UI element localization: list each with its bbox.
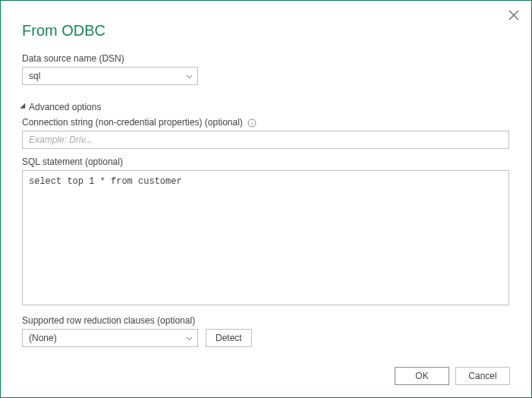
chevron-down-icon	[186, 71, 193, 81]
detect-button[interactable]: Detect	[206, 329, 252, 347]
row-reduction-label: Supported row reduction clauses (optiona…	[22, 315, 510, 326]
advanced-options-toggle[interactable]: Advanced options	[22, 102, 510, 112]
info-icon[interactable]: i	[247, 118, 257, 128]
advanced-section: Advanced options Connection string (non-…	[22, 102, 510, 347]
from-odbc-dialog: From ODBC Data source name (DSN) sql Adv…	[0, 0, 532, 398]
row-reduction-select[interactable]: (None)	[22, 329, 198, 347]
dsn-label: Data source name (DSN)	[22, 53, 510, 64]
sql-statement-textarea[interactable]	[22, 170, 509, 305]
ok-button[interactable]: OK	[395, 367, 449, 385]
advanced-options-label: Advanced options	[29, 102, 101, 112]
cancel-button[interactable]: Cancel	[455, 367, 510, 385]
connection-string-field: Connection string (non-credential proper…	[22, 117, 510, 149]
triangle-expanded-icon	[20, 103, 28, 112]
connection-string-input[interactable]	[22, 131, 509, 149]
row-reduction-field: Supported row reduction clauses (optiona…	[22, 315, 510, 347]
sql-statement-field: SQL statement (optional)	[22, 156, 510, 308]
close-icon[interactable]	[508, 10, 519, 21]
dsn-value: sql	[29, 71, 40, 81]
row-reduction-value: (None)	[29, 333, 57, 343]
dsn-select[interactable]: sql	[22, 67, 198, 85]
chevron-down-icon	[186, 333, 193, 343]
sql-statement-label: SQL statement (optional)	[22, 156, 510, 167]
dialog-title: From ODBC	[22, 22, 510, 39]
dsn-field: Data source name (DSN) sql	[22, 53, 510, 85]
dialog-footer: OK Cancel	[395, 367, 510, 385]
connection-string-label: Connection string (non-credential proper…	[22, 117, 510, 128]
svg-text:i: i	[251, 120, 253, 127]
